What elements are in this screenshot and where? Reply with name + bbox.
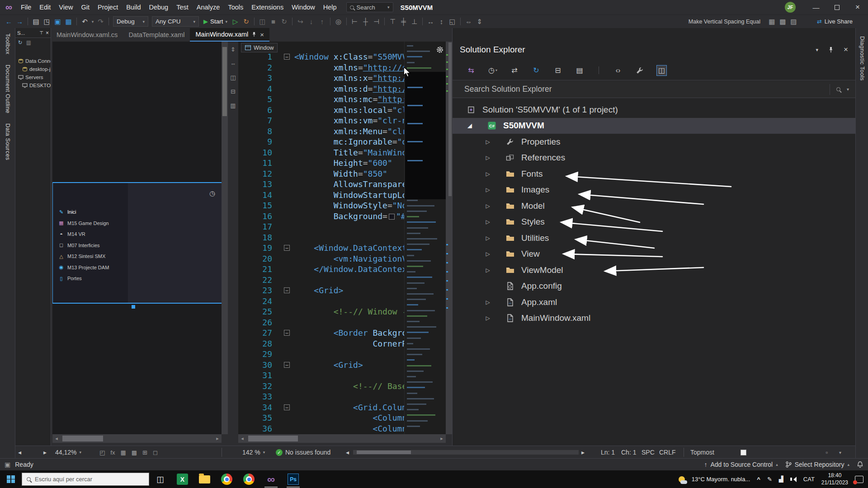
element-peek-tab[interactable]: Window <box>241 43 278 52</box>
undo-icon[interactable]: ↶ <box>80 16 90 27</box>
expander-collapsed-icon[interactable]: ▷ <box>482 219 493 225</box>
chevron-down-icon[interactable]: ▾ <box>816 47 819 53</box>
tool-tab-document-outline[interactable]: Document Outline <box>5 65 11 113</box>
designer-horizontal-scrollbar[interactable]: ◂▸ <box>52 434 222 443</box>
tool-tab-data-sources[interactable]: Data Sources <box>5 123 11 160</box>
pin-icon[interactable]: ⊤ <box>39 30 43 35</box>
server-scroll-left-icon[interactable]: ◂ <box>18 446 21 459</box>
close-button[interactable]: × <box>847 0 868 14</box>
tool-tab-diagnostic-tools[interactable]: Diagnostic Tools <box>859 36 865 81</box>
server-scroll-right-icon[interactable]: ▸ <box>43 446 47 459</box>
tree-item-view[interactable]: ▷View <box>453 246 855 263</box>
make-same-height-icon[interactable]: ↕ <box>436 16 447 27</box>
properties-extra-icon[interactable]: ▫ <box>826 446 828 459</box>
vertical-split-icon[interactable]: ◫ <box>230 74 236 81</box>
align-rights-icon[interactable]: ⊣ <box>371 16 382 27</box>
maximize-button[interactable] <box>826 0 847 14</box>
make-horizontal-spacing-equal-icon[interactable]: ⇔ <box>463 16 474 27</box>
tree-item-viewmodel[interactable]: ▷ViewModel <box>453 262 855 278</box>
tree-item-app-config[interactable]: App.config <box>453 278 855 295</box>
scroll-left-icon[interactable]: ◂ <box>346 446 349 459</box>
snaplines-icon[interactable]: ⊞ <box>142 449 147 456</box>
editor-vertical-scrollbar[interactable] <box>446 42 452 434</box>
close-icon[interactable]: × <box>46 30 49 36</box>
excel-icon[interactable]: X <box>171 470 193 488</box>
action-center-icon[interactable] <box>855 476 863 483</box>
designer-window-preview[interactable]: ◷ ✎Inici▦M15 Game Design◓M14 VR◻M07 Inte… <box>52 182 222 304</box>
show-grid-icon[interactable]: ▦ <box>767 16 777 27</box>
split-orientation-icon[interactable]: ⇔ <box>230 60 236 67</box>
preview-menu-item-m14-vr[interactable]: ◓M14 VR <box>58 229 109 240</box>
expander-collapsed-icon[interactable]: ▷ <box>482 203 493 209</box>
redo-icon[interactable]: ↷ <box>95 16 106 27</box>
tree-item-mainwindow-xaml[interactable]: ▷‹›MainWindow.xaml <box>453 310 855 327</box>
selection-handle[interactable] <box>132 305 135 309</box>
expander-collapsed-icon[interactable]: ▷ <box>482 267 493 273</box>
scroll-right-icon[interactable]: ▸ <box>581 446 585 459</box>
break-all-icon[interactable]: ◫ <box>257 16 268 27</box>
keyboard-language[interactable]: CAT <box>803 476 815 483</box>
refresh-icon[interactable]: ↻ <box>531 65 541 76</box>
align-lefts-icon[interactable]: ⊢ <box>349 16 360 27</box>
notifications-bell-icon[interactable] <box>857 461 863 468</box>
designer-settings-gear-icon[interactable] <box>435 45 444 54</box>
make-same-width-icon[interactable]: ↔ <box>425 16 436 27</box>
align-centers-icon[interactable]: ┼ <box>360 16 371 27</box>
start-debugging-button[interactable]: ▶ Start ▾ <box>203 18 227 25</box>
artboard-background-icon[interactable]: ◻ <box>153 449 158 456</box>
step-out-icon[interactable]: ↑ <box>317 16 327 27</box>
tree-item-app-xaml[interactable]: ▷‹›App.xaml <box>453 294 855 310</box>
stop-refresh-icon[interactable]: ▥ <box>26 39 31 46</box>
preview-menu-item-m13-projecte-dam[interactable]: ◉M13 Projecte DAM <box>58 262 109 273</box>
pin-icon[interactable] <box>828 47 834 53</box>
preview-menu-item-portes[interactable]: ▯Portes <box>58 273 109 284</box>
restart-icon[interactable]: ↻ <box>279 16 289 27</box>
start-button[interactable] <box>0 470 22 488</box>
expander-collapsed-icon[interactable]: ▷ <box>482 235 493 241</box>
effects-icon[interactable]: fx <box>110 449 115 456</box>
expander-collapsed-icon[interactable]: ▷ <box>482 155 493 161</box>
solution-explorer-search[interactable]: Search Solution Explorer ▾ <box>453 81 855 98</box>
editor-zoom-dropdown[interactable]: 142 %▾ <box>242 446 265 459</box>
menu-test[interactable]: Test <box>172 0 193 14</box>
fold-collapse-icon[interactable]: – <box>284 404 290 410</box>
taskbar-search-box[interactable]: Escriu aquí per cercar <box>22 473 149 486</box>
align-tops-icon[interactable]: ⊤ <box>387 16 398 27</box>
preview-selected-items-icon[interactable]: ◫ <box>656 65 667 76</box>
menu-analyze[interactable]: Analyze <box>193 0 224 14</box>
user-avatar[interactable]: JF <box>785 2 796 13</box>
collapse-all-icon[interactable]: ⊟ <box>553 65 563 76</box>
chrome-icon[interactable] <box>216 470 238 488</box>
menu-view[interactable]: View <box>55 0 77 14</box>
fold-collapse-icon[interactable]: – <box>284 330 290 336</box>
tab-mainwindow-xaml[interactable]: MainWindow.xaml× <box>190 28 269 42</box>
issues-indicator[interactable]: ✓ No issues found <box>276 446 330 459</box>
tree-item-fonts[interactable]: ▷Fonts <box>453 166 855 182</box>
step-into-icon[interactable]: ↓ <box>306 16 316 27</box>
align-bottoms-icon[interactable]: ⊥ <box>409 16 420 27</box>
view-code-icon[interactable]: ‹› <box>613 65 623 76</box>
editor-horizontal-scrollbar[interactable]: ◂▸ <box>238 434 446 443</box>
sync-with-active-document-icon[interactable]: ⇆ <box>466 65 476 76</box>
expander-collapsed-icon[interactable]: ▷ <box>482 171 493 177</box>
menu-project[interactable]: Project <box>94 0 122 14</box>
weather-widget[interactable]: 13°C Mayorm. nubla... <box>679 476 750 483</box>
live-share-button[interactable]: ⇄ Live Share <box>817 18 853 25</box>
nav-forward-icon[interactable]: → <box>14 16 25 27</box>
windows-ink-icon[interactable]: ✎ <box>767 476 772 483</box>
horizontal-split-icon[interactable]: ⊟ <box>231 88 236 95</box>
properties-icon[interactable] <box>635 65 645 76</box>
platform-dropdown[interactable]: Any CPU▾ <box>152 16 199 27</box>
tool-tab-toolbox[interactable]: Toolbox <box>5 33 11 55</box>
add-to-source-control-button[interactable]: ↑ Add to Source Control ▴ <box>704 461 778 468</box>
snap-to-gridlines-icon[interactable]: ▩ <box>132 449 137 456</box>
expander-collapsed-icon[interactable]: ▷ <box>482 187 493 193</box>
menu-tools[interactable]: Tools <box>224 0 247 14</box>
expander-expanded-icon[interactable]: ◢ <box>464 122 475 129</box>
new-project-icon[interactable]: ▤ <box>31 16 41 27</box>
select-repository-button[interactable]: Select Repository ▴ <box>785 461 849 468</box>
expander-collapsed-icon[interactable]: ▷ <box>482 139 493 145</box>
tree-item-images[interactable]: ▷Images <box>453 182 855 198</box>
tree-item-styles[interactable]: ▷Styles <box>453 214 855 230</box>
zoom-fit-icon[interactable]: ◰ <box>99 449 105 456</box>
